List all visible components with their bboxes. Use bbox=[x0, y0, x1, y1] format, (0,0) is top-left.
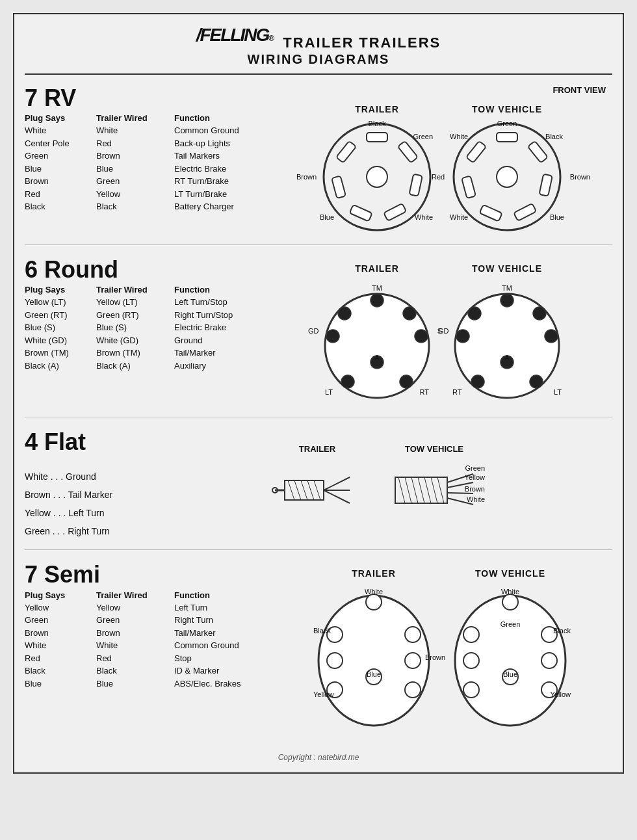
semi7-t-white: White bbox=[365, 588, 383, 596]
svg-line-41 bbox=[294, 480, 301, 500]
rv7-v-brown-r: Brown bbox=[570, 173, 590, 181]
semi7-diagrams: TRAILER bbox=[312, 568, 572, 732]
round6-title: 6 Round bbox=[25, 257, 272, 283]
svg-point-20 bbox=[326, 330, 339, 343]
flat4-list: White . . . Ground Brown . . . Tail Mark… bbox=[25, 467, 272, 540]
rv7-right: FRONT VIEW TRAILER bbox=[272, 85, 612, 235]
semi7-col-function: Function bbox=[174, 590, 272, 600]
svg-point-69 bbox=[502, 594, 518, 610]
svg-point-60 bbox=[366, 594, 382, 610]
svg-line-54 bbox=[437, 477, 444, 503]
svg-line-49 bbox=[405, 477, 411, 503]
round6-tow-wrap: TM GD A RT LT bbox=[448, 278, 566, 408]
section-7rv: 7 RV Plug Says Trailer Wired Function Wh… bbox=[25, 85, 612, 245]
rv7-trailer-circle: Black Green White Brown Blue bbox=[318, 118, 436, 235]
header-trailers-word: TRAILERS bbox=[359, 34, 441, 51]
svg-point-34 bbox=[471, 375, 484, 388]
svg-line-37 bbox=[324, 477, 350, 490]
svg-line-40 bbox=[288, 480, 294, 500]
rv7-tow-circle: Green Black Brown Blue White Red White bbox=[448, 118, 566, 235]
rv7-t-blue: Blue bbox=[320, 213, 334, 221]
semi7-row-4: WhiteWhiteCommon Ground bbox=[25, 639, 272, 652]
svg-point-70 bbox=[463, 627, 479, 642]
round6-col-plug: Plug Says bbox=[25, 285, 96, 295]
svg-rect-11 bbox=[497, 133, 517, 142]
round6-tow-svg bbox=[448, 278, 566, 408]
flat4-title: 4 Flat bbox=[25, 429, 272, 455]
round6-row-5: Brown (TM)Brown (TM)Tail/Marker bbox=[25, 347, 272, 360]
rv7-diagrams: TRAILER bbox=[318, 104, 566, 235]
round6-v-rt: RT bbox=[452, 388, 462, 396]
rv7-row-6: RedYellowLT Turn/Brake bbox=[25, 188, 272, 201]
svg-rect-6 bbox=[350, 204, 372, 221]
round6-trailer-label: TRAILER bbox=[355, 263, 399, 274]
semi7-row-3: BrownBrownTail/Marker bbox=[25, 627, 272, 640]
rv7-row-3: GreenBrownTail Markers bbox=[25, 150, 272, 163]
round6-v-tm: TM bbox=[502, 284, 512, 292]
svg-line-52 bbox=[424, 477, 431, 503]
svg-point-35 bbox=[530, 375, 543, 388]
rv7-tow-label: TOW VEHICLE bbox=[472, 104, 542, 114]
rv7-v-blue: Blue bbox=[550, 213, 564, 221]
svg-point-31 bbox=[468, 307, 481, 320]
round6-t-gd: GD bbox=[308, 327, 319, 335]
flat4-trailer-block: TRAILER bbox=[272, 444, 363, 523]
rv7-row-5: BrownGreenRT Turn/Brake bbox=[25, 175, 272, 188]
svg-line-48 bbox=[398, 477, 405, 503]
svg-line-50 bbox=[411, 477, 418, 503]
svg-point-10 bbox=[497, 166, 517, 187]
front-view-label: FRONT VIEW bbox=[272, 85, 612, 95]
svg-point-29 bbox=[456, 330, 469, 343]
flat4-item-4: Green . . . Right Turn bbox=[25, 522, 272, 540]
round6-v-lt: LT bbox=[554, 388, 562, 396]
svg-line-44 bbox=[314, 480, 320, 500]
rv7-row-7: BlackBlackBattery Charger bbox=[25, 200, 272, 213]
svg-point-62 bbox=[405, 627, 421, 642]
flat4-tow-label: TOW VEHICLE bbox=[405, 444, 463, 454]
semi7-trailer-label: TRAILER bbox=[352, 568, 396, 579]
round6-row-2: Green (RT)Green (RT)Right Turn/Stop bbox=[25, 309, 272, 322]
round6-t-lt: LT bbox=[325, 388, 333, 396]
rv7-col-trailer: Trailer Wired bbox=[96, 113, 174, 123]
semi7-v-green2: Green bbox=[500, 620, 521, 628]
round6-tow-label: TOW VEHICLE bbox=[472, 263, 542, 274]
round6-v-gd: GD bbox=[438, 327, 449, 335]
rv7-t-brown-left: Brown bbox=[296, 173, 317, 181]
svg-line-53 bbox=[431, 477, 437, 503]
semi7-row-5: RedRedStop bbox=[25, 652, 272, 665]
section-4flat: 4 Flat White . . . Ground Brown . . . Ta… bbox=[25, 429, 612, 551]
rv7-headers: Plug Says Trailer Wired Function bbox=[25, 113, 272, 123]
svg-rect-2 bbox=[367, 133, 387, 142]
flat4-green: Green bbox=[465, 464, 485, 472]
rv7-trailer-diagram: TRAILER bbox=[318, 104, 436, 235]
round6-left: 6 Round Plug Says Trailer Wired Function… bbox=[25, 257, 272, 408]
round6-row-3: Blue (S)Blue (S)Electric Brake bbox=[25, 321, 272, 334]
section-7semi: 7 Semi Plug Says Trailer Wired Function … bbox=[25, 562, 612, 741]
svg-point-26 bbox=[400, 375, 413, 388]
rv7-tow-diagram: TOW VEHICLE Gree bbox=[448, 104, 566, 235]
svg-point-67 bbox=[405, 682, 421, 698]
semi7-t-blue: Blue bbox=[367, 670, 381, 678]
semi7-trailer-diagram: TRAILER bbox=[312, 568, 436, 732]
round6-trailer-wrap: TM GD S A LT RT bbox=[318, 278, 436, 408]
svg-point-73 bbox=[541, 653, 557, 668]
semi7-left: 7 Semi Plug Says Trailer Wired Function … bbox=[25, 562, 272, 732]
svg-rect-7 bbox=[332, 176, 346, 198]
round6-trailer-svg bbox=[318, 278, 436, 408]
flat4-tow-block: TOW VEHICLE bbox=[382, 444, 486, 525]
semi7-title: 7 Semi bbox=[25, 562, 272, 588]
header-subtitle: Wiring Diagrams bbox=[25, 52, 612, 67]
svg-line-43 bbox=[307, 480, 314, 500]
svg-line-51 bbox=[418, 477, 424, 503]
svg-rect-4 bbox=[409, 174, 422, 196]
semi7-right: TRAILER bbox=[272, 562, 612, 732]
rv7-row-1: WhiteWhiteCommon Ground bbox=[25, 124, 272, 137]
flat4-trailer-svg bbox=[272, 458, 363, 523]
rv7-v-green: Green bbox=[497, 120, 517, 127]
flat4-white: White bbox=[467, 495, 485, 503]
semi7-row-7: BlueBlueABS/Elec. Brakes bbox=[25, 677, 272, 690]
svg-point-75 bbox=[463, 682, 479, 698]
semi7-headers: Plug Says Trailer Wired Function bbox=[25, 590, 272, 600]
flat4-right: TRAILER bbox=[272, 429, 612, 541]
rv7-t-green: Green bbox=[413, 133, 433, 140]
